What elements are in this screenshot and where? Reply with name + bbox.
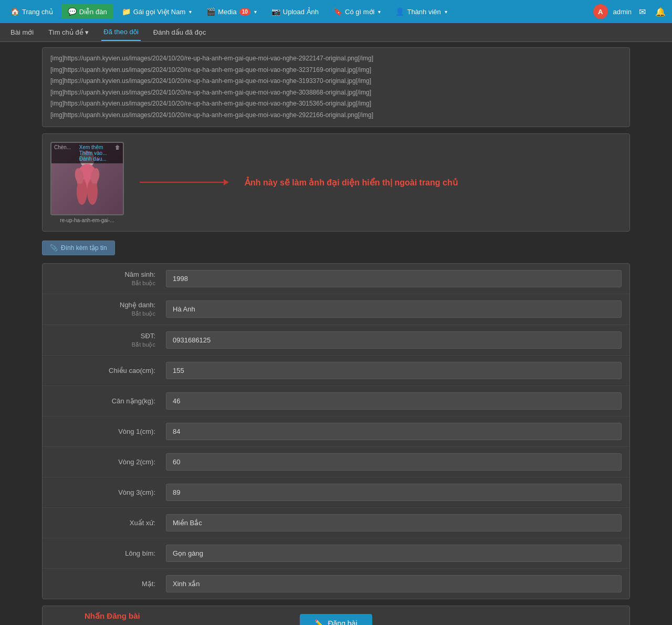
image-caption: re-up-ha-anh-em-gai-... bbox=[50, 217, 124, 223]
sub-nav-danh-dau[interactable]: Đánh dấu đã đọc bbox=[151, 24, 208, 40]
input-sdt[interactable] bbox=[166, 331, 622, 349]
forum-icon: 💬 bbox=[68, 7, 77, 16]
nav-gai-goi-label: Gái gọi Việt Nam bbox=[133, 8, 186, 16]
bookmark-icon: 🔖 bbox=[333, 7, 342, 16]
form-label-sdt: SĐT: Bắt buộc bbox=[50, 331, 166, 349]
form-label-chieu-cao: Chiều cao(cm): bbox=[50, 366, 166, 376]
form-row-vong-2: Vòng 2(cm): bbox=[43, 447, 629, 477]
user-icon: 👤 bbox=[395, 7, 404, 16]
form-label-mat: Mặt: bbox=[50, 579, 166, 589]
nav-upload-anh-label: Upload Ảnh bbox=[283, 8, 319, 16]
media-icon: 🎬 bbox=[206, 7, 215, 16]
input-vong-2[interactable] bbox=[166, 453, 622, 471]
form-section: Năm sinh: Bắt buộc Nghệ danh: Bắt buộc S… bbox=[42, 263, 630, 600]
arrow-line-body bbox=[140, 182, 224, 183]
bell-icon[interactable]: 🔔 bbox=[653, 5, 668, 19]
input-nghe-danh[interactable] bbox=[166, 300, 622, 318]
sub-nav-da-theo-doi[interactable]: Đã theo dõi bbox=[101, 24, 141, 41]
input-chieu-cao[interactable] bbox=[166, 362, 622, 379]
overlay-links: Xem thêmThêm vào...Đánh dấu... bbox=[79, 144, 107, 162]
image-thumb-overlay: Chèn... Xem thêmThêm vào...Đánh dấu... 🗑 bbox=[51, 143, 123, 163]
form-label-nam-sinh: Năm sinh: Bắt buộc bbox=[50, 270, 166, 288]
attach-btn-label: Đính kèm tập tin bbox=[61, 244, 107, 252]
nav-upload-anh[interactable]: 📷 Upload Ảnh bbox=[265, 4, 325, 19]
nav-trang-chu-label: Trang chủ bbox=[22, 8, 53, 16]
nav-gai-goi[interactable]: 📁 Gái gọi Việt Nam ▾ bbox=[116, 4, 198, 19]
img-url-2: [img]https://upanh.kyvien.us/images/2024… bbox=[50, 76, 622, 87]
input-nam-sinh[interactable] bbox=[166, 270, 622, 287]
form-row-vong-3: Vòng 3(cm): bbox=[43, 477, 629, 508]
form-row-sdt: SĐT: Bắt buộc bbox=[43, 325, 629, 356]
nav-trang-chu[interactable]: 🏠 Trang chủ bbox=[4, 4, 59, 19]
camera-icon: 📷 bbox=[271, 7, 280, 16]
media-badge: 10 bbox=[239, 8, 250, 15]
folder-icon: 📁 bbox=[122, 7, 131, 16]
nav-thanh-vien[interactable]: 👤 Thành viên ▾ bbox=[389, 4, 453, 19]
form-row-long-bim: Lông bím: bbox=[43, 538, 629, 569]
form-row-nam-sinh: Năm sinh: Bắt buộc bbox=[43, 264, 629, 295]
chevron-down-icon-sub: ▾ bbox=[85, 28, 89, 36]
paperclip-icon: 📎 bbox=[50, 244, 58, 252]
chevron-down-icon: ▾ bbox=[189, 9, 192, 15]
img-url-1: [img]https://upanh.kyvien.us/images/2024… bbox=[50, 65, 622, 76]
img-urls-block: [img]https://upanh.kyvien.us/images/2024… bbox=[42, 47, 630, 127]
nav-right: A admin ✉ 🔔 bbox=[593, 4, 668, 19]
nav-co-gi-moi-label: Có gì mới bbox=[345, 8, 374, 16]
sub-nav-bai-moi[interactable]: Bài mới bbox=[8, 24, 36, 40]
nav-media-label: Media bbox=[218, 8, 236, 16]
form-label-nghe-danh: Nghệ danh: Bắt buộc bbox=[50, 300, 166, 318]
form-label-long-bim: Lông bím: bbox=[50, 549, 166, 558]
delete-icon[interactable]: 🗑 bbox=[115, 144, 120, 162]
submit-btn-label: Đăng bài bbox=[328, 619, 357, 625]
input-can-nang[interactable] bbox=[166, 392, 622, 410]
nav-co-gi-moi[interactable]: 🔖 Có gì mới ▾ bbox=[327, 4, 387, 19]
form-label-vong-3: Vòng 3(cm): bbox=[50, 488, 166, 497]
img-url-5: [img]https://upanh.kyvien.us/images/2024… bbox=[50, 110, 622, 121]
nav-username: admin bbox=[613, 8, 632, 16]
sub-nav-tim-chu-de[interactable]: Tìm chủ đề ▾ bbox=[46, 24, 91, 40]
form-row-nghe-danh: Nghệ danh: Bắt buộc bbox=[43, 294, 629, 325]
nav-thanh-vien-label: Thành viên bbox=[407, 8, 440, 16]
sub-nav: Bài mới Tìm chủ đề ▾ Đã theo dõi Đánh dấ… bbox=[0, 23, 672, 42]
input-vong-1[interactable] bbox=[166, 423, 622, 440]
form-label-xuat-xu: Xuất xứ: bbox=[50, 518, 166, 528]
chevron-down-icon-news: ▾ bbox=[378, 9, 381, 15]
img-url-4: [img]https://upanh.kyvien.us/images/2024… bbox=[50, 98, 622, 110]
chevron-down-icon-media: ▾ bbox=[254, 9, 257, 15]
edit-icon: ✏️ bbox=[314, 619, 323, 625]
image-thumb-wrapper: Chèn... Xem thêmThêm vào...Đánh dấu... 🗑 bbox=[50, 142, 124, 223]
input-long-bim[interactable] bbox=[166, 545, 622, 562]
attach-section: 📎 Đính kèm tập tin bbox=[42, 238, 630, 263]
input-vong-3[interactable] bbox=[166, 484, 622, 501]
preview-arrow bbox=[140, 179, 229, 185]
form-row-vong-1: Vòng 1(cm): bbox=[43, 416, 629, 447]
mail-icon[interactable]: ✉ bbox=[637, 5, 648, 19]
submit-area: Nhấn Đăng bài ✏️ Đăng bài bbox=[42, 606, 630, 625]
img-url-3: [img]https://upanh.kyvien.us/images/2024… bbox=[50, 87, 622, 99]
attach-button[interactable]: 📎 Đính kèm tập tin bbox=[42, 241, 115, 255]
avatar[interactable]: A bbox=[593, 4, 608, 19]
sub-nav-tim-chu-de-label: Tìm chủ đề bbox=[48, 28, 83, 36]
submit-button[interactable]: ✏️ Đăng bài bbox=[300, 614, 372, 625]
arrow-head bbox=[224, 179, 229, 185]
chevron-down-icon-members: ▾ bbox=[445, 9, 447, 15]
nav-dien-dan-label: Diễn đàn bbox=[79, 8, 107, 16]
form-row-chieu-cao: Chiều cao(cm): bbox=[43, 356, 629, 386]
form-label-vong-2: Vòng 2(cm): bbox=[50, 457, 166, 467]
image-preview-note: Ảnh này sẽ làm ảnh đại diện hiển thị ngo… bbox=[245, 178, 458, 188]
overlay-text: Chèn... bbox=[54, 144, 71, 162]
top-nav: 🏠 Trang chủ 💬 Diễn đàn 📁 Gái gọi Việt Na… bbox=[0, 0, 672, 23]
form-label-can-nang: Cân nặng(kg): bbox=[50, 397, 166, 406]
form-label-vong-1: Vòng 1(cm): bbox=[50, 427, 166, 436]
submit-note: Nhấn Đăng bài bbox=[85, 611, 140, 621]
input-mat[interactable] bbox=[166, 575, 622, 592]
form-row-xuat-xu: Xuất xứ: bbox=[43, 508, 629, 538]
nav-dien-dan[interactable]: 💬 Diễn đàn bbox=[61, 4, 113, 19]
input-xuat-xu[interactable] bbox=[166, 514, 622, 532]
form-row-mat: Mặt: bbox=[43, 569, 629, 599]
form-row-can-nang: Cân nặng(kg): bbox=[43, 386, 629, 416]
img-url-0: [img]https://upanh.kyvien.us/images/2024… bbox=[50, 53, 622, 65]
image-preview-section: Chèn... Xem thêmThêm vào...Đánh dấu... 🗑 bbox=[42, 133, 630, 232]
nav-media[interactable]: 🎬 Media 10 ▾ bbox=[200, 4, 263, 19]
home-icon: 🏠 bbox=[10, 7, 19, 16]
